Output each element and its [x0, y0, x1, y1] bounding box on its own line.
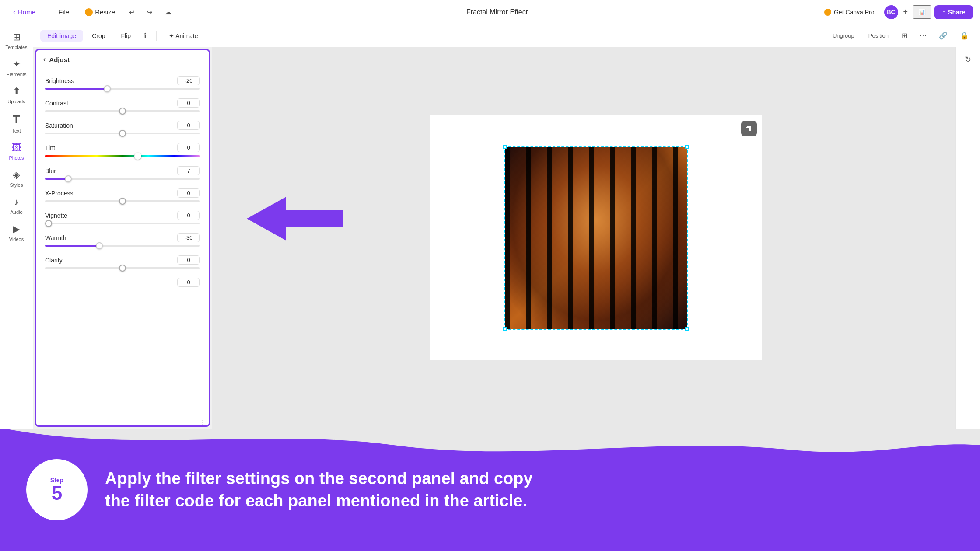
bottom-instruction-area: Step 5 Apply the filter settings on the …: [0, 429, 980, 551]
xprocess-slider-row: X-Process: [36, 185, 209, 207]
info-button[interactable]: ℹ: [140, 29, 151, 42]
vignette-value[interactable]: [177, 211, 200, 220]
clarity-track[interactable]: [45, 267, 200, 269]
main-area: ⊞ Templates ✦ Elements ⬆ Uploads T Text …: [0, 24, 980, 429]
sidebar-item-videos[interactable]: ▶ Videos: [2, 220, 32, 245]
clarity-label: Clarity: [45, 257, 63, 264]
warmth-value[interactable]: [177, 233, 200, 242]
fractal-image[interactable]: [504, 146, 688, 330]
edit-image-button[interactable]: Edit image: [40, 30, 83, 42]
document-title: Fractal Mirror Effect: [179, 8, 815, 16]
home-label: Home: [18, 8, 35, 16]
xprocess-value[interactable]: [177, 188, 200, 198]
clarity-value[interactable]: [177, 255, 200, 265]
sidebar-item-elements[interactable]: ✦ Elements: [2, 55, 32, 80]
animate-icon: ✦: [169, 32, 174, 39]
dots-icon-button[interactable]: ⋯: [915, 29, 931, 42]
sidebar-item-photos[interactable]: 🖼 Photos: [2, 139, 32, 164]
photos-icon: 🖼: [12, 142, 21, 153]
warmth-track[interactable]: [45, 245, 200, 247]
sidebar-item-uploads[interactable]: ⬆ Uploads: [2, 82, 32, 108]
canvapro-banner[interactable]: Get Canva Pro: [818, 6, 881, 18]
sidebar-item-text[interactable]: T Text: [2, 109, 32, 137]
blur-value[interactable]: [177, 166, 200, 175]
home-button[interactable]: ‹ Home: [7, 6, 42, 18]
delete-button[interactable]: 🗑: [741, 121, 757, 136]
blur-label: Blur: [45, 167, 56, 174]
sidebar-text-label: Text: [12, 128, 21, 133]
uploads-icon: ⬆: [13, 86, 21, 97]
position-label: Position: [868, 32, 889, 39]
editor-wrapper: ‹ Adjust Brightness: [33, 47, 980, 429]
add-button[interactable]: +: [902, 7, 910, 17]
saturation-slider-row: Saturation: [36, 117, 209, 139]
sidebar-item-templates[interactable]: ⊞ Templates: [2, 28, 32, 53]
back-arrow-icon[interactable]: ‹: [43, 56, 46, 63]
tint-value[interactable]: [177, 143, 200, 152]
cloud-save-button[interactable]: ☁: [161, 6, 176, 19]
resize-button[interactable]: Resize: [79, 6, 121, 19]
templates-icon: ⊞: [13, 31, 21, 43]
saturation-label: Saturation: [45, 122, 73, 129]
resize-label: Resize: [95, 8, 115, 16]
sidebar-item-audio[interactable]: ♪ Audio: [2, 193, 32, 218]
brightness-value[interactable]: [177, 76, 200, 85]
canvas-area: 🗑: [212, 47, 980, 429]
tint-track[interactable]: [45, 155, 200, 157]
grid-icon-button[interactable]: ⊞: [897, 29, 912, 42]
vignette-track[interactable]: [45, 223, 200, 224]
sidebar-item-styles[interactable]: ◈ Styles: [2, 166, 32, 191]
step-number: 5: [52, 484, 62, 503]
undo-button[interactable]: ↩: [125, 6, 139, 19]
xprocess-track[interactable]: [45, 200, 200, 202]
instruction-text: Apply the filter settings on the second …: [105, 467, 533, 513]
canvapro-coin-icon: [824, 9, 831, 16]
contrast-track[interactable]: [45, 110, 200, 112]
sidebar-videos-label: Videos: [9, 237, 24, 242]
flip-button[interactable]: Flip: [114, 30, 138, 42]
saturation-track[interactable]: [45, 133, 200, 134]
wave-decoration: [0, 429, 980, 454]
brightness-label: Brightness: [45, 77, 74, 84]
warmth-slider-row: Warmth: [36, 230, 209, 252]
position-button[interactable]: Position: [863, 30, 894, 41]
refresh-icon-button[interactable]: ↻: [959, 51, 977, 68]
elements-icon: ✦: [13, 59, 21, 70]
brightness-slider-row: Brightness: [36, 73, 209, 95]
ungroup-label: Ungroup: [833, 32, 854, 39]
nav-divider-1: [47, 7, 47, 17]
tint-label: Tint: [45, 144, 55, 151]
sidebar-uploads-label: Uploads: [7, 99, 25, 104]
contrast-value[interactable]: [177, 98, 200, 108]
link-icon-button[interactable]: 🔗: [934, 29, 952, 42]
adjust-body: Brightness Contrast: [36, 69, 209, 425]
blur-track[interactable]: [45, 178, 200, 180]
warmth-label: Warmth: [45, 234, 66, 241]
saturation-value[interactable]: [177, 121, 200, 130]
sidebar-elements-label: Elements: [7, 72, 27, 77]
image-toolbar: Edit image Crop Flip ℹ ✦ Animate Ungroup…: [33, 24, 980, 47]
crop-button[interactable]: Crop: [85, 30, 112, 42]
brightness-track[interactable]: [45, 88, 200, 90]
ungroup-button[interactable]: Ungroup: [827, 30, 860, 41]
extra-slider-row: [36, 274, 209, 293]
left-sidebar: ⊞ Templates ✦ Elements ⬆ Uploads T Text …: [0, 24, 33, 429]
avatar[interactable]: BC: [884, 5, 898, 19]
adjust-title: Adjust: [49, 56, 70, 63]
sidebar-photos-label: Photos: [9, 155, 24, 160]
flip-label: Flip: [121, 32, 131, 39]
animate-label: Animate: [175, 32, 198, 39]
svg-marker-0: [247, 197, 343, 241]
step-circle: Step 5: [26, 459, 88, 520]
animate-button[interactable]: ✦ Animate: [162, 30, 205, 42]
tint-slider-row: Tint: [36, 139, 209, 163]
lock-icon-button[interactable]: 🔒: [956, 29, 973, 42]
sidebar-styles-label: Styles: [10, 182, 23, 188]
edit-image-label: Edit image: [47, 32, 76, 39]
extra-value[interactable]: [177, 278, 200, 287]
redo-button[interactable]: ↪: [143, 6, 157, 19]
analytics-button[interactable]: 📊: [913, 5, 931, 19]
file-button[interactable]: File: [52, 6, 75, 18]
share-button[interactable]: ↑ Share: [934, 5, 973, 19]
sidebar-audio-label: Audio: [10, 209, 22, 215]
